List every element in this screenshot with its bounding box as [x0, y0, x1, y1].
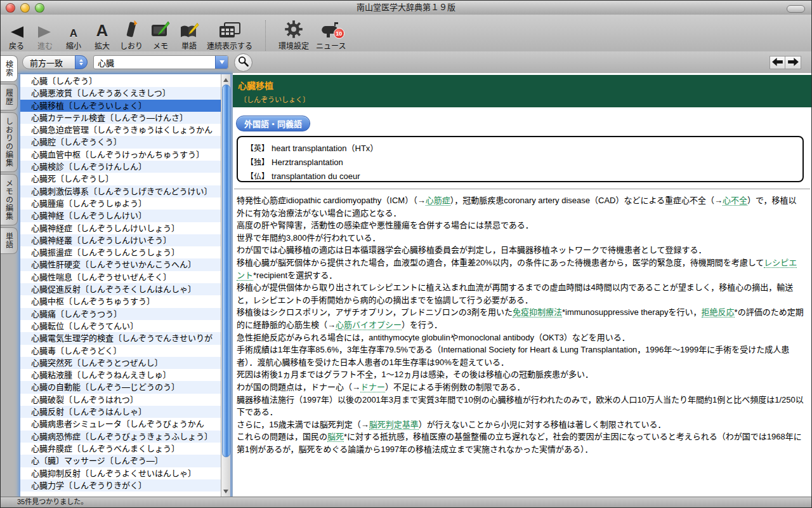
toolbar-continuous-button[interactable]: 連続表示する — [207, 18, 252, 51]
side-tab-label: メモの編集 — [4, 175, 15, 225]
news-icon: 10 — [322, 18, 341, 39]
side-tab-3[interactable]: メモの編集 — [1, 174, 18, 225]
toolbar-toggle-button[interactable] — [787, 5, 805, 13]
match-mode-value: 前方一致 — [30, 57, 63, 69]
next-entry-button[interactable] — [785, 56, 801, 69]
side-tab-label: しおりの編集 — [4, 113, 15, 171]
list-item[interactable]: 心臓性肝硬変〔しんぞうせいかんこうへん〕 — [20, 258, 221, 271]
toolbar-bookmark-button[interactable]: しおり — [120, 18, 143, 51]
scroll-down-icon[interactable] — [221, 488, 230, 495]
translation-text: Herztransplantation — [272, 157, 343, 167]
toolbar-label: 単語 — [181, 40, 197, 51]
cross-reference-link[interactable]: 心筋症 — [426, 196, 450, 206]
toolbar-news-button[interactable]: 10ニュース — [316, 18, 346, 51]
list-item[interactable]: 心臓カテーテル検査〔しんぞう―けんさ〕 — [20, 112, 221, 124]
cross-reference-link[interactable]: 拒絶反応 — [702, 307, 735, 318]
list-item[interactable]: 心臓腫瘍〔しんぞうしゅよう〕 — [20, 197, 221, 210]
paragraph-text: わが国では心臓移植の適応は日本循環器学会心臓移植委員会が判定し，日本臓器移植ネッ… — [237, 245, 707, 255]
toolbar-label: 環境設定 — [278, 40, 309, 51]
prev-entry-button[interactable] — [769, 56, 785, 69]
article-title: 心臓移植 — [238, 79, 811, 91]
paragraph-text: 手術成績は1年生存率85.6%，3年生存率79.5%である（Internatio… — [237, 345, 789, 367]
zoom-in-icon: A — [96, 18, 108, 39]
list-item[interactable]: 心臓抑制反射〔しんぞうよくせいはんしゃ〕 — [20, 467, 221, 479]
result-list: 心臓〔しんぞう〕心臓悪液質〔しんぞうあくえきしつ〕心臓移植〔しんぞういしょく〕心… — [20, 74, 231, 498]
article-paragraph: 死因は術後1ヵ月まではグラフト不全，1～12ヵ月は感染，その後は移植心の冠動脈疾… — [237, 368, 804, 381]
list-item[interactable]: 心臓振盪症〔しんぞうしんとうしょう〕 — [20, 246, 221, 258]
paragraph-text: ），冠動脈疾患coronary artery disease（CAD）などによる… — [450, 196, 723, 205]
status-bar: 35件見つかりました。 — [1, 497, 811, 507]
list-item[interactable]: 心臓促進反射〔しんぞうそくしんはんしゃ〕 — [20, 283, 221, 295]
side-tab-1[interactable]: 履歴 — [1, 84, 18, 110]
side-tab-2[interactable]: しおりの編集 — [1, 112, 18, 172]
toolbar-preferences-button[interactable]: 環境設定 — [278, 18, 309, 51]
list-item[interactable]: 心臓粘液腫〔しんぞうねんえきしゅ〕 — [20, 369, 221, 381]
list-item[interactable]: 心臓病患者シミュレータ〔しんぞうびょうかん — [20, 418, 221, 430]
close-button[interactable] — [6, 3, 15, 13]
list-item[interactable]: 心臓痛〔しんぞうつう〕 — [20, 308, 221, 320]
side-tab-0[interactable]: 検索 — [1, 55, 18, 82]
list-item[interactable]: 心臓中枢〔しんぞうちゅうすう〕 — [20, 295, 221, 307]
status-text: 35件見つかりました。 — [17, 498, 88, 505]
article-body: 特発性心筋症idiopathic cardiomyopathy（ICM）（→心筋… — [237, 194, 804, 455]
cross-reference-link[interactable]: 心不全 — [723, 196, 747, 206]
paragraph-text: 特発性心筋症idiopathic cardiomyopathy（ICM）（→ — [237, 196, 426, 205]
toolbar-back-button[interactable]: 戻る — [6, 18, 27, 51]
list-item[interactable]: 心臓神経叢〔しんぞうしんけいそう〕 — [20, 234, 221, 246]
side-tab-4[interactable]: 単語 — [1, 227, 18, 254]
cross-reference-link[interactable]: ドナー — [360, 382, 385, 392]
article-paragraph: わが国では心臓移植の適応は日本循環器学会心臓移植委員会が判定し，日本臓器移植ネッ… — [237, 244, 804, 257]
search-button[interactable] — [234, 53, 252, 72]
list-item[interactable]: 心〔臓〕マッサージ〔しんぞう―〕 — [20, 455, 221, 467]
list-item[interactable]: 心臓毒〔しんぞうどく〕 — [20, 345, 221, 357]
list-item[interactable]: 心臓刺激伝導系〔しんぞうしげきでんどうけい〕 — [20, 185, 221, 197]
paragraph-text: 世界で年間約3,800件が行われている． — [237, 233, 381, 243]
list-item[interactable]: 心臓〔しんぞう〕 — [20, 75, 221, 87]
list-item[interactable]: 心臓神経症〔しんぞうしんけいしょう〕 — [20, 222, 221, 234]
memo-icon — [151, 18, 170, 39]
list-item[interactable]: 心臓破裂〔しんぞうはれつ〕 — [20, 394, 221, 406]
cross-reference-link[interactable]: 心筋バイオプシー — [336, 320, 402, 330]
language-tag: 【英】 — [246, 144, 269, 153]
list-item[interactable]: 心臓死〔しんぞうし〕 — [20, 173, 221, 185]
list-item[interactable]: 心臓神経〔しんぞうしんけい〕 — [20, 210, 221, 222]
list-item[interactable]: 心臓性喘息〔しんぞうせいぜんそく〕 — [20, 271, 221, 283]
toolbar-memo-button[interactable]: メモ — [150, 18, 171, 51]
search-history-dropdown-button[interactable] — [215, 56, 228, 69]
list-item[interactable]: 心臓弁膜症〔しんぞうべんまくしょう〕 — [20, 443, 221, 455]
list-item[interactable]: 心臓移植〔しんぞういしょく〕 — [20, 100, 221, 112]
list-item[interactable]: 心臓反射〔しんぞうはんしゃ〕 — [20, 406, 221, 418]
toolbar-zoom-in-button[interactable]: A拡大 — [91, 18, 113, 51]
scrollbar-thumb[interactable] — [222, 84, 230, 457]
list-item[interactable]: 心臓突然死〔しんぞうとつぜんし〕 — [20, 357, 221, 369]
scroll-up-icon[interactable] — [221, 76, 230, 83]
list-item[interactable]: 心臓電気生理学的検査〔しんぞうでんきせいりが — [20, 332, 221, 344]
list-item[interactable]: 心臓病恐怖症〔しんぞうびょうきょうふしょう〕 — [20, 431, 221, 443]
translation-line: 【英】heart transplantation（HTx） — [246, 142, 802, 156]
cross-reference-link[interactable]: 脳死判定基準 — [369, 420, 419, 430]
list-scrollbar[interactable] — [221, 74, 230, 497]
match-mode-select[interactable]: 前方一致 — [22, 55, 88, 69]
list-item[interactable]: 心臓検診〔しんぞうけんしん〕 — [20, 161, 221, 173]
list-item[interactable]: 心臓転位〔しんぞうてんい〕 — [20, 320, 221, 332]
cross-reference-link[interactable]: 免疫抑制療法 — [513, 307, 562, 318]
list-item[interactable]: 心臓力学〔しんぞうりきがく〕 — [20, 479, 221, 491]
toolbar-zoom-out-button[interactable]: A縮小 — [63, 18, 84, 51]
section-badge: 外国語・同義語 — [236, 116, 310, 131]
zoom-button[interactable] — [35, 3, 44, 13]
toolbar-word-button[interactable]: 単語 — [178, 18, 200, 51]
window-title: 南山堂医学大辞典第１９版 — [1, 1, 811, 15]
list-item[interactable]: 心臓悪液質〔しんぞうあくえきしつ〕 — [20, 87, 221, 99]
search-input[interactable] — [94, 56, 215, 69]
toolbar-separator — [265, 20, 266, 51]
minimize-button[interactable] — [20, 3, 30, 13]
list-item[interactable]: 心臓血管中枢〔しんぞうけっかんちゅうすう〕 — [20, 149, 221, 161]
cross-reference-link[interactable]: 脳死 — [327, 432, 344, 442]
list-item[interactable]: 心臓の自動能〔しんぞう―じどうのう〕 — [20, 381, 221, 393]
toolbar-label: 縮小 — [66, 40, 81, 51]
list-item[interactable]: 心臓急迫症管理〔しんぞうきゅうはくしょうかん — [20, 124, 221, 136]
app-window: 南山堂医学大辞典第１９版 戻る進むA縮小A拡大しおりメモ単語連続表示する環境設定… — [0, 0, 812, 508]
article-paragraph: 世界で年間約3,800件が行われている． — [237, 232, 804, 244]
arrow-left-icon — [772, 57, 783, 69]
list-item[interactable]: 心臓腔〔しんぞうくう〕 — [20, 136, 221, 148]
